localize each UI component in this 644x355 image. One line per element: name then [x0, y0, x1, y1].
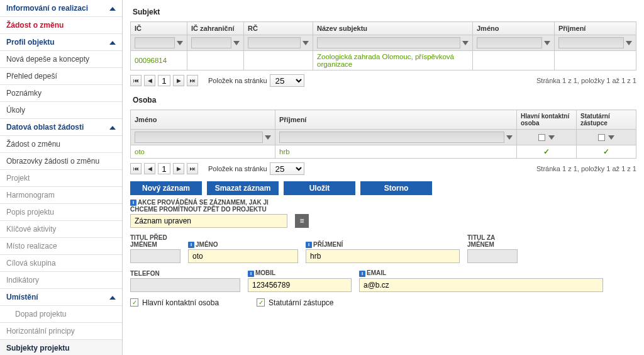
page-input[interactable] — [158, 75, 170, 86]
funnel-icon[interactable] — [608, 135, 614, 140]
funnel-icon[interactable] — [544, 41, 550, 45]
col-nazev[interactable]: Název subjektu — [313, 22, 473, 35]
sidebar-item-4[interactable]: Přehled depeší — [0, 68, 122, 85]
funnel-icon[interactable] — [548, 135, 555, 140]
jmeno-input[interactable] — [188, 249, 298, 263]
col-jmeno[interactable]: Jméno — [473, 22, 555, 35]
page-next-icon[interactable]: ▶ — [173, 163, 184, 174]
sidebar-item-label: Klíčové aktivity — [6, 225, 56, 234]
per-page-select[interactable]: 25 — [270, 162, 304, 175]
funnel-icon[interactable] — [177, 41, 183, 45]
page-prev-icon[interactable]: ◀ — [144, 75, 155, 86]
sidebar-item-label: Nová depeše a koncepty — [6, 55, 89, 64]
col-ic[interactable]: IČ — [131, 22, 187, 35]
pager-status: Stránka 1 z 1, položky 1 až 1 z 1 — [536, 77, 636, 84]
prijmeni-input[interactable] — [306, 249, 460, 263]
filter-statut-checkbox[interactable] — [598, 134, 605, 141]
sidebar-item-9[interactable]: Obrazovky žádosti o změnu — [0, 153, 122, 170]
col-prijmeni[interactable]: Příjmení — [555, 22, 636, 35]
col-ojmeno[interactable]: Jméno — [131, 110, 275, 130]
prijmeni-label: iPŘÍJMENÍ — [306, 241, 460, 248]
table-row[interactable]: 00096814 Zoologická zahrada Olomouc, pří… — [131, 51, 636, 70]
sidebar-item-18[interactable]: Dopad projektu — [0, 306, 122, 323]
titul-pred-label: TITUL PŘED JMÉNEM — [130, 234, 180, 248]
new-button[interactable]: Nový záznam — [130, 181, 202, 195]
sidebar-item-20[interactable]: Subjekty projektu — [0, 340, 122, 355]
chevron-up-icon — [109, 38, 116, 47]
per-page-select[interactable]: 25 — [270, 74, 304, 87]
sidebar-item-label: Umístění — [6, 293, 38, 301]
funnel-icon[interactable] — [303, 41, 309, 45]
sidebar-item-6[interactable]: Úkoly — [0, 102, 122, 119]
sidebar-item-17[interactable]: Umístění — [0, 289, 122, 306]
funnel-icon[interactable] — [626, 41, 632, 45]
col-hlavni[interactable]: Hlavní kontaktní osoba — [517, 110, 577, 130]
filter-jmeno[interactable] — [477, 37, 542, 48]
page-prev-icon[interactable]: ◀ — [144, 163, 155, 174]
per-page-label: Položek na stránku — [208, 165, 267, 172]
table-row[interactable]: oto hrb ✓ ✓ — [131, 145, 636, 159]
email-input[interactable] — [359, 278, 603, 292]
action-bar: Nový záznam Smazat záznam Uložit Storno — [130, 181, 636, 195]
filter-rc[interactable] — [248, 37, 301, 48]
filter-ojmeno[interactable] — [135, 132, 263, 143]
funnel-icon[interactable] — [462, 41, 469, 45]
page-first-icon[interactable]: ⏮ — [130, 163, 142, 174]
sidebar-item-0[interactable]: Informování o realizaci — [0, 0, 122, 17]
funnel-icon[interactable] — [506, 135, 513, 140]
telefon-input[interactable] — [130, 278, 240, 292]
mobil-input[interactable] — [248, 278, 352, 292]
titul-za-input[interactable] — [467, 249, 518, 263]
col-statut[interactable]: Statutární zástupce — [577, 110, 636, 130]
delete-button[interactable]: Smazat záznam — [207, 181, 279, 195]
sidebar-item-label: Indikátory — [6, 276, 39, 285]
sidebar-item-label: Žádost o změnu — [6, 140, 60, 149]
sidebar-item-7[interactable]: Datová oblast žádosti — [0, 119, 122, 136]
hlavni-kontakt-checkbox[interactable]: Hlavní kontaktní osoba — [130, 298, 219, 307]
sidebar-item-16[interactable]: Indikátory — [0, 272, 122, 289]
page-last-icon[interactable]: ⏭ — [187, 75, 198, 86]
funnel-icon[interactable] — [265, 135, 271, 140]
filter-nazev[interactable] — [317, 37, 460, 48]
filter-hlavni-checkbox[interactable] — [538, 134, 545, 141]
sidebar-item-3[interactable]: Nová depeše a koncepty — [0, 51, 122, 68]
filter-prijmeni[interactable] — [558, 37, 624, 48]
sidebar-item-10[interactable]: Projekt — [0, 170, 122, 187]
filter-oprijmeni[interactable] — [279, 132, 504, 143]
sidebar-item-11[interactable]: Harmonogram — [0, 187, 122, 204]
cell-statut-check: ✓ — [577, 145, 636, 159]
page-last-icon[interactable]: ⏭ — [187, 163, 198, 174]
col-oprijmeni[interactable]: Příjmení — [275, 110, 517, 130]
titul-pred-input[interactable] — [130, 249, 180, 263]
save-button[interactable]: Uložit — [284, 181, 355, 195]
page-next-icon[interactable]: ▶ — [173, 75, 184, 86]
list-picker-button[interactable]: ≡ — [295, 214, 309, 228]
sidebar-item-15[interactable]: Cílová skupina — [0, 255, 122, 272]
akce-input[interactable] — [130, 214, 287, 228]
chevron-up-icon — [109, 123, 116, 132]
chevron-up-icon — [109, 293, 116, 301]
filter-ic[interactable] — [135, 37, 175, 48]
sidebar-item-label: Místo realizace — [6, 242, 57, 251]
page-first-icon[interactable]: ⏮ — [130, 75, 142, 86]
sidebar-item-13[interactable]: Klíčové aktivity — [0, 221, 122, 238]
sidebar-item-14[interactable]: Místo realizace — [0, 238, 122, 255]
sidebar-item-5[interactable]: Poznámky — [0, 85, 122, 102]
statut-zastupce-checkbox[interactable]: Statutární zástupce — [257, 298, 333, 307]
filter-ic-zahr[interactable] — [191, 37, 231, 48]
sidebar-item-1[interactable]: Žádost o změnu — [0, 17, 122, 34]
page-input[interactable] — [158, 163, 170, 174]
funnel-icon[interactable] — [233, 41, 240, 45]
cancel-button[interactable]: Storno — [360, 181, 432, 195]
cell-ic: 00096814 — [131, 51, 187, 70]
sidebar-item-8[interactable]: Žádost o změnu — [0, 136, 122, 153]
sidebar-item-label: Úkoly — [6, 106, 25, 115]
sidebar-item-label: Projekt — [6, 174, 30, 183]
sidebar-item-12[interactable]: Popis projektu — [0, 204, 122, 221]
col-rc[interactable]: RČ — [244, 22, 313, 35]
per-page-label: Položek na stránku — [208, 77, 267, 84]
main-content: Subjekt IČ IČ zahraniční RČ Název subjek… — [123, 0, 644, 355]
col-ic-zahr[interactable]: IČ zahraniční — [187, 22, 244, 35]
sidebar-item-2[interactable]: Profil objektu — [0, 34, 122, 51]
sidebar-item-19[interactable]: Horizontální principy — [0, 323, 122, 340]
